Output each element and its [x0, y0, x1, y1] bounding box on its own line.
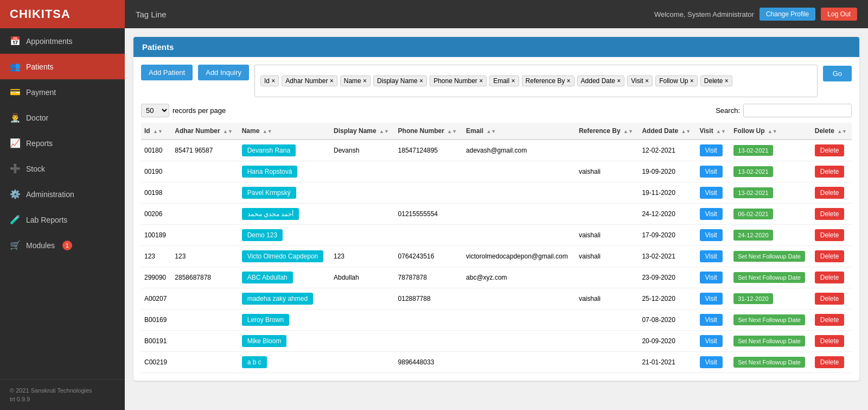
followup-date-button[interactable]: 13-02-2021 — [733, 166, 773, 177]
name-tag-button[interactable]: أحمد مجدي محمد — [242, 208, 299, 220]
filter-tag[interactable]: Name × — [340, 75, 371, 86]
cell-email — [463, 352, 576, 373]
filter-tag[interactable]: Delete × — [700, 75, 732, 86]
delete-button[interactable]: Delete — [815, 250, 845, 262]
visit-button[interactable]: Visit — [700, 356, 723, 368]
go-button[interactable]: Go — [823, 66, 852, 81]
col-follow_up[interactable]: Follow Up ▲▼ — [730, 123, 812, 140]
visit-button[interactable]: Visit — [700, 144, 723, 156]
set-followup-button[interactable]: Set Next Followup Date — [733, 272, 805, 283]
add-inquiry-button[interactable]: Add Inquiry — [198, 65, 249, 80]
visit-button[interactable]: Visit — [700, 187, 723, 199]
followup-date-button[interactable]: 31-12-2020 — [733, 293, 773, 304]
name-tag-button[interactable]: Demo 123 — [242, 229, 283, 241]
filter-tag[interactable]: Adhar Number × — [282, 75, 337, 86]
name-tag-button[interactable]: a b c — [242, 356, 267, 368]
delete-button[interactable]: Delete — [815, 208, 845, 220]
col-phone[interactable]: Phone Number ▲▼ — [395, 123, 463, 140]
followup-date-button[interactable]: 13-02-2021 — [733, 145, 773, 156]
cell-visit: Visit — [697, 288, 731, 310]
add-patient-button[interactable]: Add Patient — [141, 65, 193, 80]
name-tag-button[interactable]: ABC Abdullah — [242, 272, 293, 283]
visit-button[interactable]: Visit — [700, 208, 723, 220]
cell-id: B00169 — [141, 310, 171, 331]
col-name[interactable]: Name ▲▼ — [239, 123, 330, 140]
cell-follow-up: Set Next Followup Date — [730, 331, 812, 352]
sidebar-item-payment[interactable]: 💳 Payment — [0, 79, 125, 105]
filter-tag[interactable]: Follow Up × — [655, 75, 698, 86]
filter-tag[interactable]: Phone Number × — [430, 75, 487, 86]
name-tag-button[interactable]: Leroy Brown — [242, 314, 289, 326]
name-tag-button[interactable]: Victo Olmedo Capdepon — [242, 250, 324, 262]
col-adhar[interactable]: Adhar Number ▲▼ — [171, 123, 238, 140]
cell-phone: 01215555554 — [395, 204, 463, 225]
delete-button[interactable]: Delete — [815, 229, 845, 241]
col-delete[interactable]: Delete ▲▼ — [812, 123, 852, 140]
filter-tag[interactable]: Reference By × — [522, 75, 575, 86]
cell-delete: Delete — [812, 331, 852, 352]
sidebar-item-administration[interactable]: ⚙️ Administration — [0, 181, 125, 207]
visit-button[interactable]: Visit — [700, 250, 723, 262]
set-followup-button[interactable]: Set Next Followup Date — [733, 314, 805, 325]
col-visit[interactable]: Visit ▲▼ — [697, 123, 731, 140]
name-tag-button[interactable]: Hana Ropstová — [242, 166, 298, 178]
logout-button[interactable]: Log Out — [821, 8, 857, 21]
delete-button[interactable]: Delete — [815, 335, 845, 347]
name-tag-button[interactable]: Mike Bloom — [242, 335, 287, 347]
cell-delete: Delete — [812, 267, 852, 288]
visit-button[interactable]: Visit — [700, 314, 723, 326]
set-followup-button[interactable]: Set Next Followup Date — [733, 357, 805, 368]
col-email[interactable]: Email ▲▼ — [463, 123, 576, 140]
name-tag-button[interactable]: Devansh Rana — [242, 144, 296, 156]
sidebar-item-patients[interactable]: 👥 Patients — [0, 54, 125, 79]
version: trt 0.9.9 — [10, 396, 115, 402]
sidebar-item-stock[interactable]: ➕ Stock — [0, 156, 125, 181]
per-page-select[interactable]: 50 25 100 — [141, 104, 169, 117]
filter-tag[interactable]: Id × — [260, 75, 279, 86]
delete-button[interactable]: Delete — [815, 144, 845, 156]
followup-date-button[interactable]: 24-12-2020 — [733, 230, 773, 241]
content-area: Patients Add Patient Add Inquiry Id ×Adh… — [125, 28, 868, 410]
delete-button[interactable]: Delete — [815, 166, 845, 178]
sidebar-item-doctor[interactable]: 👨‍⚕️ Doctor — [0, 105, 125, 130]
header-row: Id ▲▼Adhar Number ▲▼Name ▲▼Display Name … — [141, 123, 852, 140]
followup-date-button[interactable]: 13-02-2021 — [733, 187, 773, 198]
sidebar-item-modules[interactable]: 🛒 Modules 1 — [0, 232, 125, 258]
col-added_date[interactable]: Added Date ▲▼ — [639, 123, 696, 140]
cell-email: adevash@gmail.com — [463, 140, 576, 161]
visit-button[interactable]: Visit — [700, 335, 723, 347]
followup-date-button[interactable]: 06-02-2021 — [733, 209, 773, 219]
set-followup-button[interactable]: Set Next Followup Date — [733, 251, 805, 262]
delete-button[interactable]: Delete — [815, 272, 845, 283]
delete-button[interactable]: Delete — [815, 187, 845, 199]
col-id[interactable]: Id ▲▼ — [141, 123, 171, 140]
search-input[interactable] — [743, 104, 852, 117]
name-tag-button[interactable]: madeha zaky ahmed — [242, 293, 313, 305]
cell-display-name: 123 — [330, 246, 395, 267]
cell-visit: Visit — [697, 331, 731, 352]
delete-button[interactable]: Delete — [815, 293, 845, 305]
filter-tag[interactable]: Visit × — [627, 75, 653, 86]
visit-button[interactable]: Visit — [700, 272, 723, 283]
col-display_name[interactable]: Display Name ▲▼ — [330, 123, 395, 140]
sidebar-item-lab-reports[interactable]: 🧪 Lab Reports — [0, 207, 125, 232]
cell-delete: Delete — [812, 310, 852, 331]
name-tag-button[interactable]: Pavel Krmpský — [242, 187, 296, 199]
visit-button[interactable]: Visit — [700, 166, 723, 178]
visit-button[interactable]: Visit — [700, 229, 723, 241]
sidebar-item-appointments[interactable]: 📅 Appointments — [0, 28, 125, 54]
change-profile-button[interactable]: Change Profile — [760, 8, 815, 21]
col-reference_by[interactable]: Reference By ▲▼ — [576, 123, 639, 140]
cell-adhar — [171, 331, 238, 352]
filter-tag[interactable]: Email × — [489, 75, 519, 86]
set-followup-button[interactable]: Set Next Followup Date — [733, 336, 805, 346]
delete-button[interactable]: Delete — [815, 356, 845, 368]
visit-button[interactable]: Visit — [700, 293, 723, 305]
filter-tag[interactable]: Display Name × — [373, 75, 427, 86]
filter-tag[interactable]: Added Date × — [577, 75, 625, 86]
sidebar-item-reports[interactable]: 📈 Reports — [0, 130, 125, 156]
sidebar-item-label: Lab Reports — [26, 216, 67, 224]
cell-display-name — [330, 310, 395, 331]
delete-button[interactable]: Delete — [815, 314, 845, 326]
sort-icon: ▲▼ — [263, 129, 272, 134]
